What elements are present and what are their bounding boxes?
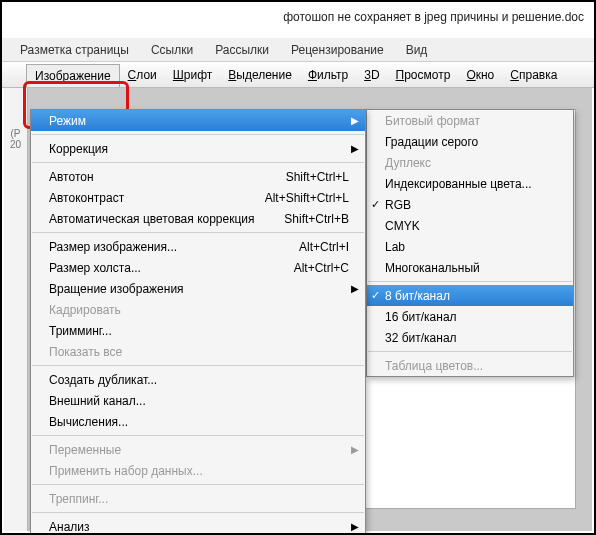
menuitem-label: Треппинг... bbox=[49, 492, 349, 506]
menuitem-label: 32 бит/канал bbox=[385, 331, 557, 345]
menuitem-autocolor[interactable]: Автоматическая цветовая коррекцияShift+C… bbox=[31, 208, 365, 229]
menu-layers[interactable]: Слои bbox=[120, 64, 165, 86]
menuitem-mode[interactable]: Режим ▶ bbox=[31, 110, 365, 131]
menuitem-gray[interactable]: Градации серого bbox=[367, 131, 573, 152]
menuitem-label: 16 бит/канал bbox=[385, 310, 557, 324]
separator bbox=[368, 351, 572, 352]
check-icon: ✓ bbox=[371, 289, 380, 302]
separator bbox=[32, 435, 364, 436]
menuitem-label: Вычисления... bbox=[49, 415, 349, 429]
separator bbox=[32, 232, 364, 233]
menuitem-label: Размер изображения... bbox=[49, 240, 291, 254]
tab-mailings[interactable]: Рассылки bbox=[215, 43, 269, 57]
menuitem-label: Lab bbox=[385, 240, 557, 254]
menu-help[interactable]: Справка bbox=[502, 64, 565, 86]
menuitem-trap: Треппинг... bbox=[31, 488, 365, 509]
mode-submenu: Битовый формат Градации серого Дуплекс И… bbox=[366, 109, 574, 377]
photoshop-menubar: Изображение Слои Шрифт Выделение Фильтр … bbox=[2, 62, 594, 88]
separator bbox=[368, 281, 572, 282]
separator bbox=[32, 365, 364, 366]
shortcut: Alt+Shift+Ctrl+L bbox=[257, 191, 349, 205]
menuitem-crop: Кадрировать bbox=[31, 299, 365, 320]
menuitem-label: Автоматическая цветовая коррекция bbox=[49, 212, 276, 226]
menuitem-lab[interactable]: Lab bbox=[367, 236, 573, 257]
menuitem-label: Автотон bbox=[49, 170, 278, 184]
document-title: фотошоп не сохраняет в jpeg причины и ре… bbox=[283, 10, 584, 24]
tab-layout[interactable]: Разметка страницы bbox=[20, 43, 129, 57]
menuitem-trim[interactable]: Тримминг... bbox=[31, 320, 365, 341]
menuitem-autotone[interactable]: АвтотонShift+Ctrl+L bbox=[31, 166, 365, 187]
submenu-arrow-icon: ▶ bbox=[351, 521, 359, 532]
menuitem-label: Битовый формат bbox=[385, 114, 557, 128]
menuitem-label: RGB bbox=[385, 198, 557, 212]
menuitem-canvassize[interactable]: Размер холста...Alt+Ctrl+C bbox=[31, 257, 365, 278]
menuitem-label: Автоконтраст bbox=[49, 191, 257, 205]
image-menu-dropdown: Режим ▶ Коррекция ▶ АвтотонShift+Ctrl+L … bbox=[30, 109, 366, 535]
menuitem-label: 8 бит/канал bbox=[385, 289, 557, 303]
menuitem-8bit[interactable]: ✓8 бит/канал bbox=[367, 285, 573, 306]
menuitem-imagesize[interactable]: Размер изображения...Alt+Ctrl+I bbox=[31, 236, 365, 257]
shortcut: Alt+Ctrl+C bbox=[286, 261, 349, 275]
menuitem-32bit[interactable]: 32 бит/канал bbox=[367, 327, 573, 348]
menu-image-rest: зображение bbox=[44, 69, 111, 83]
menuitem-cmyk[interactable]: CMYK bbox=[367, 215, 573, 236]
tab-review[interactable]: Рецензирование bbox=[291, 43, 384, 57]
submenu-arrow-icon: ▶ bbox=[351, 283, 359, 294]
menuitem-label: Создать дубликат... bbox=[49, 373, 349, 387]
shortcut: Shift+Ctrl+B bbox=[276, 212, 349, 226]
menuitem-label: Размер холста... bbox=[49, 261, 286, 275]
check-icon: ✓ bbox=[371, 198, 380, 211]
menuitem-duplicate[interactable]: Создать дубликат... bbox=[31, 369, 365, 390]
menu-filter[interactable]: Фильтр bbox=[300, 64, 356, 86]
menuitem-label: Переменные bbox=[49, 443, 349, 457]
menuitem-label: Вращение изображения bbox=[49, 282, 349, 296]
menuitem-label: Коррекция bbox=[49, 142, 349, 156]
ruler-left: (Р 20 bbox=[4, 88, 28, 531]
menuitem-label: Таблица цветов... bbox=[385, 359, 557, 373]
menuitem-apply[interactable]: Внешний канал... bbox=[31, 390, 365, 411]
menuitem-multi[interactable]: Многоканальный bbox=[367, 257, 573, 278]
menuitem-label: Внешний канал... bbox=[49, 394, 349, 408]
separator bbox=[32, 484, 364, 485]
menuitem-dataset: Применить набор данных... bbox=[31, 460, 365, 481]
tab-view[interactable]: Вид bbox=[406, 43, 428, 57]
menuitem-autocontrast[interactable]: АвтоконтрастAlt+Shift+Ctrl+L bbox=[31, 187, 365, 208]
menuitem-label: Индексированные цвета... bbox=[385, 177, 557, 191]
menuitem-label: Градации серого bbox=[385, 135, 557, 149]
menu-window[interactable]: Окно bbox=[458, 64, 502, 86]
menuitem-label: Дуплекс bbox=[385, 156, 557, 170]
separator bbox=[32, 134, 364, 135]
menuitem-label: Анализ bbox=[49, 520, 349, 534]
menuitem-rgb[interactable]: ✓RGB bbox=[367, 194, 573, 215]
menuitem-reveal: Показать все bbox=[31, 341, 365, 362]
menuitem-adjustments[interactable]: Коррекция ▶ bbox=[31, 138, 365, 159]
shortcut: Shift+Ctrl+L bbox=[278, 170, 349, 184]
menuitem-bitmap: Битовый формат bbox=[367, 110, 573, 131]
menuitem-rotation[interactable]: Вращение изображения▶ bbox=[31, 278, 365, 299]
submenu-arrow-icon: ▶ bbox=[351, 115, 359, 126]
title-bar: фотошоп не сохраняет в jpeg причины и ре… bbox=[2, 2, 594, 38]
menu-select[interactable]: Выделение bbox=[220, 64, 300, 86]
menuitem-analysis[interactable]: Анализ▶ bbox=[31, 516, 365, 535]
menu-3d[interactable]: 3D bbox=[356, 64, 387, 86]
tab-links[interactable]: Ссылки bbox=[151, 43, 193, 57]
menuitem-calc[interactable]: Вычисления... bbox=[31, 411, 365, 432]
menuitem-label: Тримминг... bbox=[49, 324, 349, 338]
ribbon-tabs: Разметка страницы Ссылки Рассылки Реценз… bbox=[2, 38, 594, 62]
menuitem-label: Показать все bbox=[49, 345, 349, 359]
submenu-arrow-icon: ▶ bbox=[351, 444, 359, 455]
menuitem-variables: Переменные▶ bbox=[31, 439, 365, 460]
shortcut: Alt+Ctrl+I bbox=[291, 240, 349, 254]
menuitem-mode-label: Режим bbox=[49, 114, 349, 128]
menu-image[interactable]: Изображение bbox=[26, 64, 120, 87]
menu-view[interactable]: Просмотр bbox=[388, 64, 459, 86]
menuitem-16bit[interactable]: 16 бит/канал bbox=[367, 306, 573, 327]
menuitem-duotone: Дуплекс bbox=[367, 152, 573, 173]
separator bbox=[32, 162, 364, 163]
submenu-arrow-icon: ▶ bbox=[351, 143, 359, 154]
menuitem-colortable: Таблица цветов... bbox=[367, 355, 573, 376]
menu-type[interactable]: Шрифт bbox=[165, 64, 220, 86]
menuitem-indexed[interactable]: Индексированные цвета... bbox=[367, 173, 573, 194]
menuitem-label: Применить набор данных... bbox=[49, 464, 349, 478]
menuitem-label: Многоканальный bbox=[385, 261, 557, 275]
